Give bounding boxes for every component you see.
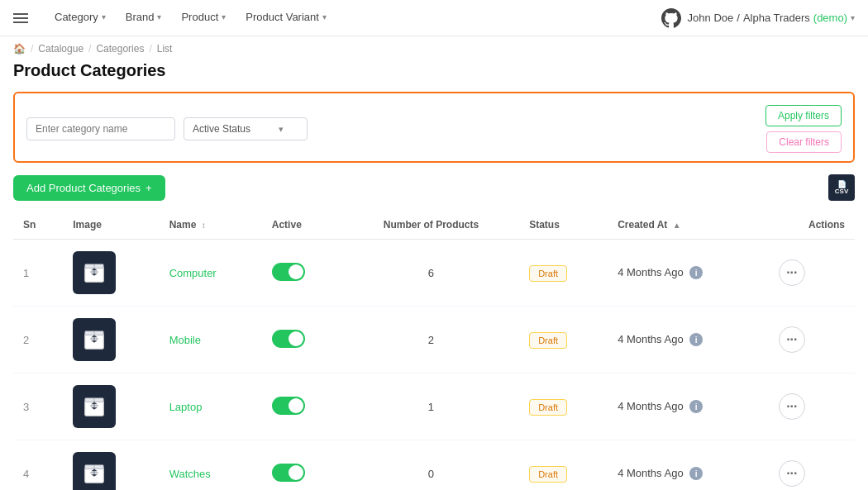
nav-product-variant-label: Product Variant [246, 11, 319, 23]
toolbar: Add Product Categories + 📄 CSV [13, 174, 855, 201]
cell-sn: 1 [13, 240, 63, 307]
active-toggle[interactable] [272, 330, 305, 348]
active-status-select[interactable]: Active Status ▾ [184, 117, 308, 140]
chevron-down-icon: ▾ [102, 12, 106, 21]
add-product-categories-label: Add Product Categories [26, 182, 141, 194]
cell-image [63, 440, 159, 491]
category-name-input[interactable] [26, 117, 175, 140]
nav-product-variant[interactable]: Product Variant ▾ [236, 0, 336, 36]
breadcrumb: 🏠 / Catalogue / Categories / List [0, 36, 868, 61]
hamburger-menu[interactable] [13, 13, 28, 23]
active-toggle[interactable] [272, 464, 305, 482]
category-image [73, 251, 116, 294]
cell-sn: 3 [13, 373, 63, 440]
cell-active[interactable] [262, 307, 343, 373]
cell-actions: ··· [769, 240, 855, 307]
home-icon[interactable]: 🏠 [13, 43, 26, 55]
info-icon[interactable]: i [689, 266, 703, 279]
info-icon[interactable]: i [689, 467, 703, 480]
cell-status: Draft [519, 240, 608, 307]
user-info[interactable]: John Doe / Alpha Traders (demo) ▾ [688, 12, 855, 24]
page-title: Product Categories [13, 61, 855, 80]
status-badge: Draft [529, 332, 567, 349]
category-name[interactable]: Watches [169, 468, 211, 480]
cell-actions: ··· [769, 373, 855, 440]
user-demo-tag: (demo) [813, 12, 847, 24]
box-icon [82, 461, 107, 486]
cell-number-of-products: 2 [343, 307, 519, 373]
clear-filters-button[interactable]: Clear filters [766, 131, 842, 153]
box-icon [82, 260, 107, 285]
active-toggle[interactable] [272, 263, 305, 281]
cell-sn: 2 [13, 307, 63, 373]
row-actions-button[interactable]: ··· [779, 393, 805, 420]
info-icon[interactable]: i [689, 400, 703, 413]
cell-image [63, 307, 159, 373]
row-actions-button[interactable]: ··· [779, 259, 805, 286]
th-status: Status [519, 211, 608, 240]
cell-active[interactable] [262, 240, 343, 307]
nav-brand-label: Brand [126, 11, 155, 23]
chevron-down-icon: ▾ [279, 124, 284, 135]
user-separator: / [737, 12, 740, 24]
cell-active[interactable] [262, 373, 343, 440]
status-badge: Draft [529, 265, 567, 282]
table-row: 3 Laptop 1 Draft [13, 373, 855, 440]
chevron-down-icon: ▾ [322, 12, 327, 21]
row-actions-button[interactable]: ··· [779, 326, 805, 353]
breadcrumb-list: List [157, 43, 173, 55]
cell-name[interactable]: Laptop [160, 373, 262, 440]
cell-name[interactable]: Watches [160, 440, 262, 491]
box-icon [82, 327, 107, 352]
category-name[interactable]: Laptop [169, 401, 203, 413]
cell-actions: ··· [769, 440, 855, 491]
th-actions: Actions [769, 211, 855, 240]
csv-label: CSV [835, 188, 848, 195]
nav-category[interactable]: Category ▾ [45, 0, 116, 36]
navbar-left: Category ▾ Brand ▾ Product ▾ Product Var… [13, 0, 336, 36]
breadcrumb-catalogue[interactable]: Catalogue [38, 43, 83, 55]
th-sn: Sn [13, 211, 63, 240]
th-name[interactable]: Name ↕ [160, 211, 262, 240]
nav-product[interactable]: Product ▾ [171, 0, 236, 36]
filter-box: Active Status ▾ Apply filters Clear filt… [13, 92, 855, 163]
sort-asc-icon: ▲ [673, 221, 681, 230]
add-product-categories-button[interactable]: Add Product Categories + [13, 175, 165, 201]
th-image: Image [63, 211, 159, 240]
cell-status: Draft [519, 373, 608, 440]
cell-name[interactable]: Mobile [160, 307, 262, 373]
nav-brand[interactable]: Brand ▾ [116, 0, 172, 36]
apply-filters-button[interactable]: Apply filters [765, 105, 842, 126]
category-name[interactable]: Computer [169, 267, 217, 279]
box-icon [82, 394, 107, 419]
cell-name[interactable]: Computer [160, 240, 262, 307]
breadcrumb-categories[interactable]: Categories [96, 43, 144, 55]
page-content: Product Categories Active Status ▾ Apply… [0, 61, 868, 490]
table-header: Sn Image Name ↕ Active Number of Product… [13, 211, 855, 240]
cell-number-of-products: 1 [343, 373, 519, 440]
info-icon[interactable]: i [689, 333, 703, 346]
status-badge: Draft [529, 466, 567, 483]
csv-download-button[interactable]: 📄 CSV [828, 174, 855, 201]
filter-buttons: Apply filters Clear filters [765, 105, 842, 153]
th-number-of-products: Number of Products [343, 211, 519, 240]
active-status-label: Active Status [193, 123, 250, 135]
navbar-right: John Doe / Alpha Traders (demo) ▾ [661, 8, 855, 28]
chevron-down-icon: ▾ [222, 12, 226, 21]
navbar: Category ▾ Brand ▾ Product ▾ Product Var… [0, 0, 868, 36]
table-wrap: Sn Image Name ↕ Active Number of Product… [13, 211, 855, 490]
row-actions-button[interactable]: ··· [779, 460, 805, 487]
active-toggle[interactable] [272, 397, 305, 415]
th-created-at[interactable]: Created At ▲ [608, 211, 769, 240]
cell-active[interactable] [262, 440, 343, 491]
th-active: Active [262, 211, 343, 240]
github-icon [661, 8, 681, 28]
sort-icon: ↕ [202, 221, 206, 230]
chevron-down-icon: ▾ [157, 12, 161, 21]
category-name[interactable]: Mobile [169, 334, 201, 346]
user-company: Alpha Traders [743, 12, 810, 24]
nav-category-label: Category [55, 11, 98, 23]
cell-image [63, 373, 159, 440]
user-name: John Doe [688, 12, 734, 24]
category-image [73, 385, 116, 428]
